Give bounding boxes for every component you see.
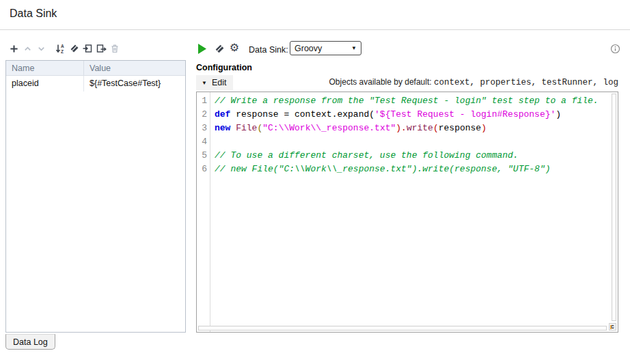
info-icon <box>610 44 620 54</box>
column-header-name[interactable]: Name <box>6 61 84 75</box>
code-area[interactable]: // Write a response from the "Test Reque… <box>215 94 610 324</box>
line-number: 4 <box>197 135 210 149</box>
run-button[interactable] <box>197 43 208 55</box>
properties-table: Name Value placeid${#TestCase#Test} <box>5 60 186 333</box>
sort-az-icon: A Z <box>55 44 65 53</box>
line-number: 1 <box>197 94 210 108</box>
property-name-cell[interactable]: placeid <box>6 76 84 92</box>
svg-text:A: A <box>61 44 64 48</box>
code-line: new File("C:\\Work\\_response.txt").writ… <box>215 122 610 135</box>
chevron-down-icon: ▼ <box>351 45 357 51</box>
edit-menu-label: Edit <box>212 78 227 87</box>
export-icon <box>96 44 107 53</box>
import-icon <box>83 44 92 53</box>
line-number: 5 <box>197 149 210 163</box>
add-property-button[interactable] <box>7 42 20 55</box>
tab-data-log[interactable]: Data Log <box>5 334 55 350</box>
data-sink-select[interactable]: Groovy ▼ <box>290 41 361 55</box>
groovy-script-editor[interactable]: 123456 // Write a response from the "Tes… <box>196 92 618 333</box>
objects-hint-prefix: Objects available by default: <box>329 77 434 87</box>
divider <box>0 29 630 30</box>
data-sink-label: Data Sink: <box>249 45 288 55</box>
chevron-down-icon <box>37 44 46 53</box>
code-line: // Write a response from the "Test Reque… <box>215 94 610 108</box>
clear-properties-button[interactable] <box>67 42 81 55</box>
plus-icon <box>10 44 18 53</box>
gear-icon: ⚙ <box>230 41 239 54</box>
objects-hint-list: context, properties, testRunner, log <box>434 78 618 87</box>
info-button[interactable] <box>610 44 620 54</box>
code-line <box>215 135 610 149</box>
clear-script-button[interactable] <box>214 44 225 54</box>
save-properties-button[interactable] <box>94 42 108 55</box>
delete-property-button <box>108 42 122 55</box>
column-header-value[interactable]: Value <box>84 61 185 75</box>
trash-icon <box>110 44 120 53</box>
table-row[interactable]: placeid${#TestCase#Test} <box>6 76 185 92</box>
line-number-gutter: 123456 <box>197 92 210 332</box>
table-header: Name Value <box>6 61 185 76</box>
line-number: 2 <box>197 108 210 122</box>
code-line: def response = context.expand('${Test Re… <box>215 108 610 122</box>
chevron-down-icon: ▼ <box>202 80 207 86</box>
editor-corner-grip: C <box>609 323 616 331</box>
edit-menu-button[interactable]: ▼ Edit <box>196 75 233 90</box>
move-down-button <box>34 42 48 55</box>
vertical-scrollbar[interactable] <box>612 94 616 321</box>
table-body: placeid${#TestCase#Test} <box>6 76 185 92</box>
chevron-up-icon <box>23 44 32 53</box>
load-properties-button[interactable] <box>81 42 94 55</box>
line-number: 3 <box>197 122 210 135</box>
horizontal-scrollbar[interactable] <box>198 326 607 331</box>
svg-text:Z: Z <box>61 49 64 54</box>
sort-properties-button[interactable]: A Z <box>53 42 67 55</box>
objects-available-hint: Objects available by default: context, p… <box>329 77 618 87</box>
data-sink-selected-value: Groovy <box>295 44 322 53</box>
property-value-cell[interactable]: ${#TestCase#Test} <box>84 76 185 92</box>
settings-button[interactable]: ⚙ <box>228 42 241 54</box>
code-line: // To use a different charset, use the f… <box>215 149 610 163</box>
eraser-icon <box>69 44 79 53</box>
page-title: Data Sink <box>10 8 57 20</box>
move-up-button <box>20 42 34 55</box>
properties-toolbar: A Z <box>7 42 122 55</box>
tab-data-log-label: Data Log <box>13 337 48 347</box>
section-title: Configuration <box>196 63 252 72</box>
eraser-icon <box>214 44 225 54</box>
play-icon <box>197 43 208 55</box>
code-line: // new File("C:\\Work\\_response.txt").w… <box>215 163 610 176</box>
line-number: 6 <box>197 163 210 176</box>
data-sink-window: Data Sink A Z <box>0 0 630 364</box>
